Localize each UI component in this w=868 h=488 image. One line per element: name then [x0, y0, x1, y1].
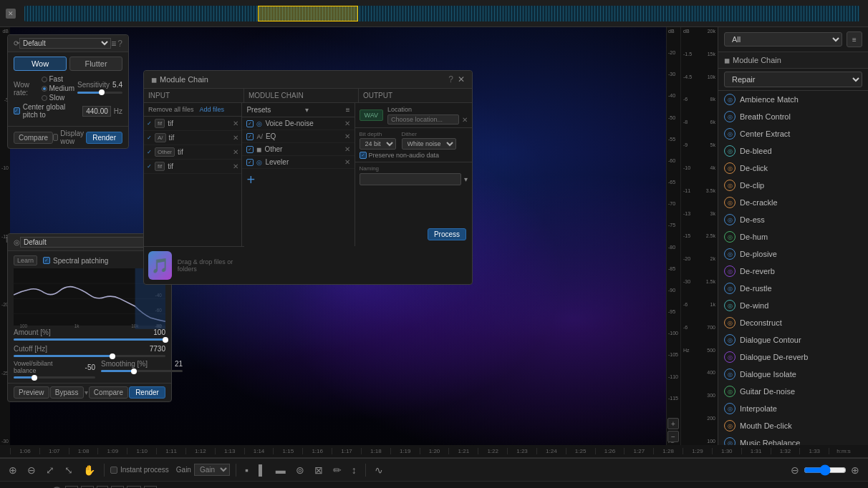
sidebar-item-de-bleed[interactable]: ◎De-bleed — [718, 142, 868, 160]
zoom-in-freq-button[interactable]: + — [667, 418, 679, 429]
mc-module-leveler[interactable]: ✓ ◎ Leveler ✕ — [242, 156, 354, 169]
sidebar-item-de-reverb[interactable]: ◎De-reverb — [718, 263, 868, 280]
dither-select[interactable]: White noise — [402, 138, 456, 150]
add-module-button[interactable]: + — [246, 172, 255, 187]
mc-question-icon[interactable]: ? — [448, 74, 453, 84]
wow-render-button[interactable]: Render — [86, 132, 122, 144]
mc-module-eq[interactable]: ✓ A/ EQ ✕ — [242, 130, 354, 143]
tab-wow[interactable]: Wow — [14, 57, 67, 71]
sidebar-item-dialogue-contour[interactable]: ◎Dialogue Contour — [718, 331, 868, 348]
sidebar-menu-button[interactable]: ≡ — [847, 31, 862, 47]
tool-select-freq[interactable]: ▬ — [273, 463, 289, 477]
zoom-in-button[interactable]: ⊕ — [848, 463, 862, 477]
sidebar-item-ambience-match[interactable]: ◎Ambience Match — [718, 91, 868, 108]
tool-lasso[interactable]: ⊚ — [293, 463, 307, 477]
sidebar-item-guitar-de-noise[interactable]: ◎Guitar De-noise — [718, 383, 868, 400]
close-button[interactable]: ✕ — [6, 9, 16, 19]
sidebar-item-mouth-de-click[interactable]: ◎Mouth De-click — [718, 417, 868, 434]
sensitivity-slider[interactable] — [77, 92, 122, 94]
tool-zoom-fit[interactable]: ⤢ — [43, 463, 57, 477]
bit-depth-select[interactable]: 24 bit 16 bit — [360, 138, 396, 150]
display-wow-check[interactable]: Display wow — [53, 130, 86, 145]
remove-all-button[interactable]: Remove all files — [148, 106, 194, 113]
wow-help-icon[interactable]: ? — [117, 39, 122, 49]
spectral-patching-checkbox[interactable]: ✓ — [43, 257, 50, 264]
mc-module-other[interactable]: ✓ ◼ Other ✕ — [242, 143, 354, 156]
smoothing-slider[interactable] — [101, 370, 183, 372]
wow-preset-select[interactable]: Default — [19, 38, 111, 49]
naming-chevron-icon[interactable]: ▾ — [464, 175, 468, 183]
zoom-out-button[interactable]: ⊖ — [788, 463, 802, 477]
tool-select-time[interactable]: ▌ — [256, 463, 269, 477]
sidebar-item-breath-control[interactable]: ◎Breath Control — [718, 108, 868, 125]
sidebar-item-de-wind[interactable]: ◎De-wind — [718, 297, 868, 314]
sidebar-item-music-rebalance[interactable]: ◎Music Rebalance — [718, 434, 868, 445]
instant-process-checkbox[interactable] — [110, 467, 117, 474]
amount-slider[interactable] — [14, 338, 165, 341]
add-files-button[interactable]: Add files — [200, 106, 225, 113]
file2-remove[interactable]: ✕ — [233, 134, 238, 142]
tool-pan[interactable]: ✋ — [80, 463, 98, 477]
tool-eraser[interactable]: ↕ — [349, 463, 360, 477]
other-remove[interactable]: ✕ — [344, 145, 350, 153]
presets-dropdown-icon[interactable]: ▾ — [305, 106, 309, 114]
spectral-preview-button[interactable]: Preview — [14, 386, 49, 399]
sidebar-item-de-crackle[interactable]: ◎De-crackle — [718, 194, 868, 211]
tab-flutter[interactable]: Flutter — [69, 57, 122, 71]
module-category-select[interactable]: All Repair Utility — [724, 32, 842, 47]
location-browse-icon[interactable]: ✕ — [462, 116, 468, 124]
cutoff-slider[interactable] — [14, 355, 165, 357]
wow-settings-icon[interactable]: ≡ — [111, 39, 116, 49]
sidebar-item-dialogue-de-reverb[interactable]: ◎Dialogue De-reverb — [718, 348, 868, 366]
overview-waveform[interactable] — [24, 6, 859, 21]
zoom-out-freq-button[interactable]: − — [667, 431, 679, 442]
sidebar-item-de-clip[interactable]: ◎De-clip — [718, 177, 868, 194]
sidebar-item-de-ess[interactable]: ◎De-ess — [718, 211, 868, 228]
naming-input[interactable] — [360, 173, 462, 185]
radio-medium[interactable]: Medium — [42, 84, 75, 92]
tool-magic-wand[interactable]: ⊠ — [312, 463, 326, 477]
sidebar-item-de-click[interactable]: ◎De-click — [718, 160, 868, 177]
tool-zoom-out[interactable]: ⊖ — [24, 463, 39, 477]
sidebar-item-de-rustle[interactable]: ◎De-rustle — [718, 280, 868, 297]
display-wow-checkbox[interactable] — [53, 134, 58, 141]
mc-drop-zone[interactable]: 🎵 Drag & drop files or folders — [144, 246, 244, 284]
voice-denoise-remove[interactable]: ✕ — [344, 119, 350, 127]
sidebar-item-de-hum[interactable]: ◎De-hum — [718, 228, 868, 245]
sidebar-item-de-plosive[interactable]: ◎De-plosive — [718, 245, 868, 263]
tool-paint[interactable]: ✏ — [330, 463, 344, 477]
pitch-hz-input[interactable] — [82, 106, 111, 117]
sidebar-item-interpolate[interactable]: ◎Interpolate — [718, 400, 868, 417]
presets-menu-icon[interactable]: ≡ — [346, 106, 350, 114]
process-button[interactable]: Process — [428, 228, 466, 240]
vowel-slider[interactable] — [14, 376, 95, 379]
spectrogram-area[interactable]: dB -5 -10 -15 -20 -25 -30 dB20k -1.515k … — [0, 27, 718, 445]
spectral-render-button[interactable]: Render — [129, 386, 165, 399]
sidebar-item-dialogue-isolate[interactable]: ◎Dialogue Isolate — [718, 366, 868, 383]
tool-pencil[interactable]: ∿ — [372, 463, 386, 477]
wow-compare-button[interactable]: Compare — [14, 132, 53, 144]
spectral-preset-select[interactable]: Default — [20, 237, 154, 248]
preserve-checkbox[interactable]: ✓ — [360, 152, 367, 159]
file4-remove[interactable]: ✕ — [233, 162, 238, 170]
spectral-compare-button[interactable]: Compare — [89, 386, 128, 399]
mc-close-icon[interactable]: ✕ — [458, 74, 465, 84]
sidebar-item-center-extract[interactable]: ◎Center Extract — [718, 125, 868, 142]
center-pitch-checkbox[interactable]: ✓ — [14, 107, 20, 114]
sidebar-item-deconstruct[interactable]: ◎Deconstruct — [718, 314, 868, 331]
tool-zoom-fit2[interactable]: ⤡ — [62, 463, 76, 477]
radio-fast[interactable]: Fast — [42, 75, 75, 83]
mc-module-voice-denoise[interactable]: ✓ ◎ Voice De-noise ✕ — [242, 117, 354, 130]
radio-slow[interactable]: Slow — [42, 94, 75, 102]
file3-remove[interactable]: ✕ — [233, 148, 238, 156]
eq-remove[interactable]: ✕ — [344, 132, 350, 140]
location-input[interactable] — [387, 114, 459, 125]
zoom-slider[interactable] — [804, 464, 847, 476]
spectral-bypass-button[interactable]: Bypass — [50, 386, 84, 399]
tool-select-rect[interactable]: ▪ — [242, 463, 251, 477]
repair-category-select[interactable]: Repair Utility — [724, 72, 862, 87]
leveler-remove[interactable]: ✕ — [344, 158, 350, 166]
gain-select[interactable]: Gain — [194, 464, 230, 476]
tool-zoom-in[interactable]: ⊕ — [6, 463, 20, 477]
learn-button[interactable]: Learn — [14, 255, 37, 265]
